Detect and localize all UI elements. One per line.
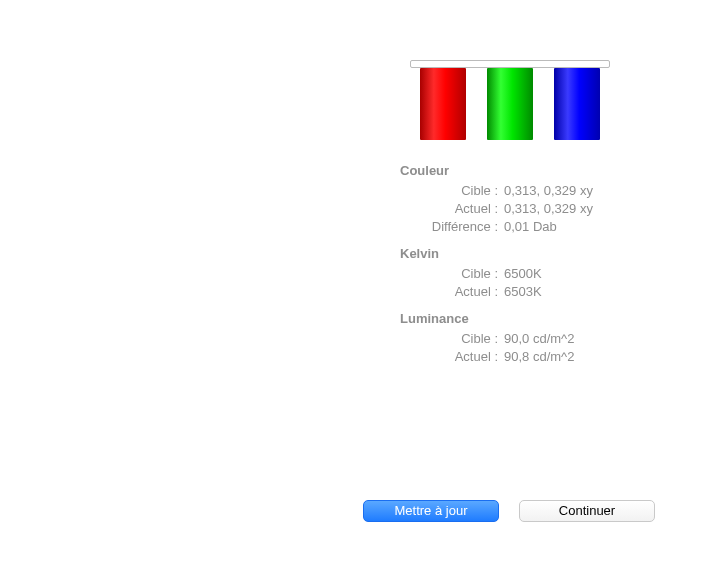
couleur-cible-label: Cible : [400,182,504,200]
bar-blue [554,68,600,140]
bar-green [487,68,533,140]
couleur-actuel-value: 0,313, 0,329 xy [504,200,593,218]
couleur-diff-label: Différence : [400,218,504,236]
kelvin-actuel-value: 6503K [504,283,542,301]
update-button[interactable]: Mettre à jour [363,500,499,522]
couleur-actuel-label: Actuel : [400,200,504,218]
couleur-cible-value: 0,313, 0,329 xy [504,182,593,200]
section-title-couleur: Couleur [400,163,660,178]
luminance-actuel-label: Actuel : [400,348,504,366]
couleur-diff-value: 0,01 Dab [504,218,557,236]
luminance-cible-label: Cible : [400,330,504,348]
chart-track [410,60,610,68]
kelvin-actuel-label: Actuel : [400,283,504,301]
bar-red [420,68,466,140]
luminance-cible-value: 90,0 cd/m^2 [504,330,574,348]
luminance-actuel-value: 90,8 cd/m^2 [504,348,574,366]
continue-button[interactable]: Continuer [519,500,655,522]
rgb-bar-chart [410,60,610,145]
section-title-luminance: Luminance [400,311,660,326]
kelvin-cible-label: Cible : [400,265,504,283]
section-title-kelvin: Kelvin [400,246,660,261]
kelvin-cible-value: 6500K [504,265,542,283]
